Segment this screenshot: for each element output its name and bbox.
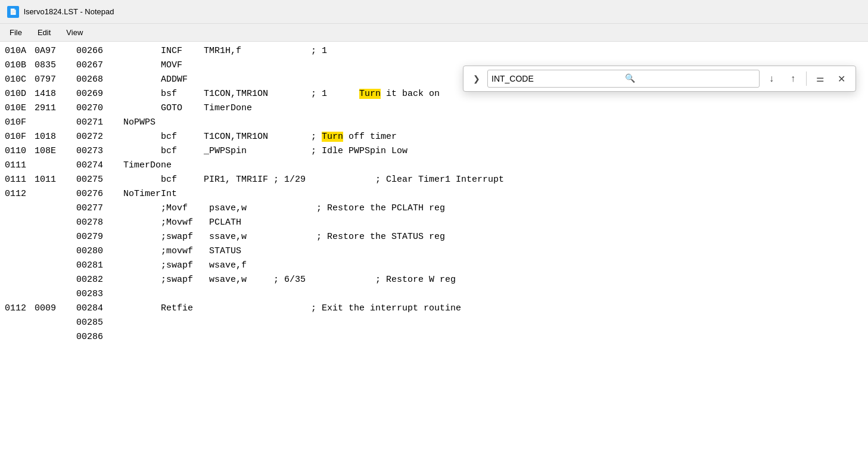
code-line: 010F101800272 bcf T1CON,TMR1ON ; Turn of… (5, 130, 863, 144)
code-line: 00286 (5, 330, 863, 344)
find-input-wrapper: 🔍 (487, 70, 760, 88)
highlight-turn-2: Turn (322, 132, 343, 142)
search-icon: 🔍 (625, 72, 635, 85)
app-icon: 📄 (7, 6, 19, 18)
menu-bar: File Edit View (0, 24, 868, 42)
menu-file[interactable]: File (2, 26, 29, 39)
code-line: 0112000900284 Retfie ; Exit the interrup… (5, 301, 863, 316)
title-bar: 📄 lservo1824.LST - Notepad (0, 0, 868, 24)
find-input[interactable] (491, 74, 623, 83)
code-line: 00279 ;swapf ssave,w ; Restore the STATU… (5, 230, 863, 244)
code-line: 011100274 TimerDone (5, 158, 863, 173)
highlight-turn: Turn (359, 89, 381, 99)
find-close-button[interactable]: ✕ (832, 69, 851, 88)
code-line: 00285 (5, 316, 863, 330)
find-options-button[interactable]: ⚌ (810, 69, 829, 88)
code-line: 00282 ;swapf wsave,w ; 6/35 ; Restore W … (5, 273, 863, 287)
code-line: 00283 (5, 287, 863, 301)
code-line: 00277 ;Movf psave,w ; Restore the PCLATH… (5, 201, 863, 216)
find-chevron-button[interactable]: ❯ (468, 70, 485, 87)
code-line: 0111101100275 bcf PIR1, TMR1IF ; 1/29 ; … (5, 173, 863, 187)
find-next-button[interactable]: ↓ (762, 69, 781, 88)
code-editor: ❯ 🔍 ↓ ↑ ⚌ ✕ 010A0A9700266 INCF TMR1H,f ;… (0, 42, 868, 457)
code-line: 00280 ;movwf STATUS (5, 244, 863, 259)
code-line: 0110108E00273 bcf _PWPSpin ; Idle PWPSpi… (5, 144, 863, 158)
menu-edit[interactable]: Edit (30, 26, 58, 39)
find-prev-button[interactable]: ↑ (783, 69, 802, 88)
code-line: 011200276 NoTimerInt (5, 187, 863, 201)
code-line: 00281 ;swapf wsave,f (5, 259, 863, 273)
window-title: lservo1824.LST - Notepad (24, 7, 114, 16)
code-line: 010A0A9700266 INCF TMR1H,f ; 1 (5, 44, 863, 58)
menu-view[interactable]: View (59, 26, 90, 39)
code-line: 010E291100270 GOTO TimerDone (5, 101, 863, 116)
separator (806, 71, 807, 86)
code-line: 010F00271 NoPWPS (5, 116, 863, 130)
code-line: 00278 ;Movwf PCLATH (5, 216, 863, 230)
find-toolbar: ❯ 🔍 ↓ ↑ ⚌ ✕ (463, 66, 856, 92)
